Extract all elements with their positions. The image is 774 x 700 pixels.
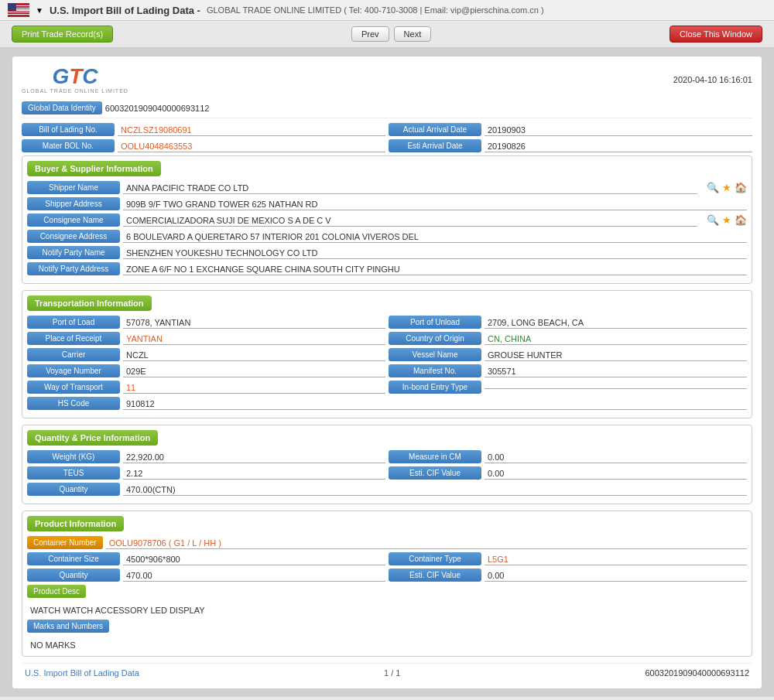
carrier-field: Carrier NCZL [27,348,385,361]
transport-row5: Way of Transport 11 In-bond Entry Type [27,381,747,394]
nav-buttons: Prev Next [351,26,431,42]
top-bar: ▼ U.S. Import Bill of Lading Data - GLOB… [0,0,774,21]
shipper-star-icon[interactable]: ★ [722,182,731,193]
dropdown-arrow[interactable]: ▼ [36,6,43,15]
shipper-search-icon[interactable]: 🔍 [707,182,719,193]
close-button[interactable]: Close This Window [670,26,762,43]
product-title: Product Information [27,516,124,531]
esti-arrival-field: Esti Arrival Date 20190826 [389,139,752,152]
product-quantity-value: 470.00 [123,569,385,582]
place-receipt-field: Place of Receipt YANTIAN [27,332,385,345]
teus-value: 2.12 [123,467,385,480]
consignee-name-value: COMERCIALIZADORA SUJI DE MEXICO S A DE C… [123,214,697,227]
consignee-search-icon[interactable]: 🔍 [707,214,719,226]
transport-row1: Port of Load 57078, YANTIAN Port of Unlo… [27,316,747,329]
inbond-field: In-bond Entry Type [389,381,747,394]
container-number-value: OOLU9078706 ( G1 / L / HH ) [106,537,747,549]
port-load-field: Port of Load 57078, YANTIAN [27,316,385,329]
logo-text: GTC [52,66,98,87]
consignee-home-icon[interactable]: 🏠 [735,214,747,226]
carrier-value: NCZL [123,349,385,361]
product-esti-cif-value: 0.00 [485,569,747,582]
document-card: GTC GLOBAL TRADE ONLINE LIMITED 2020-04-… [12,56,762,689]
logo: GTC GLOBAL TRADE ONLINE LIMITED [22,66,128,94]
transport-row2: Place of Receipt YANTIAN Country of Orig… [27,332,747,345]
port-unload-label: Port of Unload [389,316,481,329]
bol-number-field: Bill of Lading No. NCZLSZ19080691 [22,123,385,136]
consignee-name-label: Consignee Name [27,213,120,227]
voyage-value: 029E [123,365,385,377]
weight-field: Weight (KG) 22,920.00 [27,450,385,463]
mater-bol-label: Mater BOL No. [22,139,115,152]
global-id-value: 6003201909040000693112 [105,104,210,113]
measure-value: 0.00 [485,451,747,463]
esti-cif-field: Esti. CIF Value 0.00 [389,466,747,480]
toolbar-bottom: Print Trade Record(s) Prev Next Close Th… [0,697,774,700]
manifest-label: Manifest No. [389,364,481,377]
shipper-address-label: Shipper Address [27,197,120,210]
manifest-value: 305571 [485,365,747,377]
prev-button[interactable]: Prev [351,26,389,42]
weight-label: Weight (KG) [27,450,120,463]
actual-arrival-field: Actual Arrival Date 20190903 [389,123,752,136]
vessel-name-value: GROUSE HUNTER [485,349,747,361]
product-section: Product Information Container Number OOL… [22,510,752,657]
product-row2: Container Size 4500*906*800 Container Ty… [27,552,747,565]
container-type-label: Container Type [389,552,481,565]
next-button[interactable]: Next [394,26,432,42]
product-desc-label: Product Desc [27,585,86,598]
hs-code-row: HS Code 910812 [27,397,747,410]
port-load-value: 57078, YANTIAN [123,316,385,329]
shipper-icons: 🔍 ★ 🏠 [707,182,747,193]
esti-cif-value: 0.00 [485,467,747,480]
transport-title: Transportation Information [27,295,152,311]
way-transport-label: Way of Transport [27,381,120,394]
buyer-supplier-title: Buyer & Supplier Information [27,161,161,176]
actual-arrival-label: Actual Arrival Date [389,123,481,136]
country-origin-value: CN, CHINA [485,333,747,345]
transport-section: Transportation Information Port of Load … [22,290,752,418]
doc-header: GTC GLOBAL TRADE ONLINE LIMITED 2020-04-… [22,66,752,94]
shipper-home-icon[interactable]: 🏠 [735,182,747,193]
print-button[interactable]: Print Trade Record(s) [12,26,113,43]
doc-timestamp: 2020-04-10 16:16:01 [673,75,752,84]
container-number-label: Container Number [27,536,103,549]
product-desc-value: WATCH WATCH ACCESSORY LED DISPLAY [27,604,747,616]
shipper-name-value: ANNA PACIFIC TRADE CO LTD [123,182,697,194]
bol-row2: Mater BOL No. OOLU4048463553 Esti Arriva… [22,139,752,152]
marks-row: Marks and Numbers [27,620,747,636]
footer-page: 1 / 1 [384,668,400,678]
consignee-address-label: Consignee Address [27,230,120,243]
consignee-address-row: Consignee Address 6 BOULEVARD A QUERETAR… [27,230,747,243]
country-origin-field: Country of Origin CN, CHINA [389,332,747,345]
shipper-address-row: Shipper Address 909B 9/F TWO GRAND TOWER… [27,197,747,210]
container-size-field: Container Size 4500*906*800 [27,552,385,565]
flag-icon [8,3,29,17]
doc-footer: U.S. Import Bill of Lading Data 1 / 1 60… [22,663,752,679]
measure-field: Measure in CM 0.00 [389,450,747,463]
footer-id: 6003201909040000693112 [645,668,749,678]
mater-bol-field: Mater BOL No. OOLU4048463553 [22,139,385,152]
quantity-label: Quantity [27,483,120,496]
voyage-label: Voyage Number [27,364,120,377]
esti-arrival-label: Esti Arrival Date [389,139,481,152]
bol-row1: Bill of Lading No. NCZLSZ19080691 Actual… [22,123,752,136]
container-type-value: L5G1 [485,553,747,565]
quantity-price-title: Quantity & Price Information [27,430,158,446]
product-quantity-label: Quantity [27,569,120,582]
consignee-star-icon[interactable]: ★ [722,214,731,226]
shipper-name-row: Shipper Name ANNA PACIFIC TRADE CO LTD 🔍… [27,181,747,194]
notify-party-label: Notify Party Name [27,246,120,259]
voyage-field: Voyage Number 029E [27,364,385,377]
inbond-value [485,386,747,389]
consignee-icons: 🔍 ★ 🏠 [707,214,747,226]
transport-row4: Voyage Number 029E Manifest No. 305571 [27,364,747,377]
esti-arrival-value: 20190826 [485,140,752,152]
country-origin-label: Country of Origin [389,332,481,345]
qp-quantity-row: Quantity 470.00(CTN) [27,483,747,496]
shipper-name-label: Shipper Name [27,181,120,194]
place-receipt-value: YANTIAN [123,333,385,345]
qp-row1: Weight (KG) 22,920.00 Measure in CM 0.00 [27,450,747,463]
quantity-price-body: Weight (KG) 22,920.00 Measure in CM 0.00… [22,446,752,504]
way-transport-field: Way of Transport 11 [27,381,385,394]
